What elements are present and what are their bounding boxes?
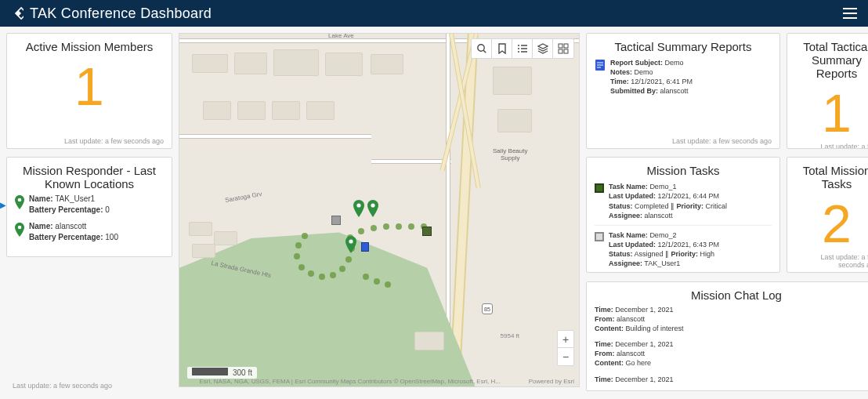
- map-basemap-button[interactable]: [553, 39, 573, 58]
- task-item[interactable]: Task Name: Demo_2 Last Updated: 12/1/202…: [595, 225, 772, 269]
- label: Time:: [595, 340, 613, 348]
- menu-button[interactable]: [843, 8, 860, 19]
- park-area: [179, 189, 579, 386]
- svg-point-5: [371, 203, 374, 207]
- svg-point-4: [356, 203, 360, 207]
- responder-row[interactable]: Name: alanscott Battery Percentage: 100: [15, 221, 164, 242]
- task-status-icon: [595, 183, 604, 193]
- map-marker-square[interactable]: [331, 216, 341, 225]
- svg-point-6: [349, 239, 353, 243]
- map-user-pin-icon[interactable]: [367, 200, 378, 216]
- svg-rect-10: [559, 49, 562, 53]
- map-marker-doc-icon[interactable]: [361, 242, 369, 252]
- map-user-pin-icon[interactable]: [345, 236, 356, 252]
- chat-content: Go here: [626, 359, 652, 367]
- task-name: Demo_1: [649, 183, 676, 190]
- label: From:: [595, 350, 615, 357]
- zoom-out-button[interactable]: −: [558, 348, 573, 365]
- report-doc-icon: [595, 59, 606, 71]
- label: Time:: [595, 306, 613, 314]
- responder-row[interactable]: Name: TAK_User1 Battery Percentage: 0: [15, 194, 164, 215]
- svg-rect-8: [559, 44, 562, 48]
- zoom-in-button[interactable]: +: [558, 331, 573, 348]
- task-updated: 12/1/2021, 6:43 PM: [658, 241, 720, 248]
- map-legend-button[interactable]: [512, 39, 533, 58]
- responder-battery: 100: [105, 233, 118, 241]
- card-title: Tactical Summary Reports: [595, 40, 772, 53]
- user-pin-icon: [15, 223, 24, 235]
- last-update-text: Last update: a few seconds ago: [795, 140, 868, 149]
- label: Task Name:: [609, 231, 648, 239]
- map[interactable]: Lake Ave Saratoga Grv La Strada Grande H…: [179, 33, 580, 387]
- map-elevation-label: 5954 ft: [501, 332, 519, 339]
- street-label: Lake Ave: [328, 33, 354, 39]
- task-priority: High: [700, 250, 715, 258]
- card-mission-tasks: Mission Tasks Task Name: Demo_1 Last Upd…: [586, 157, 780, 273]
- last-update-text: Last update: a few seconds ago: [595, 268, 772, 273]
- user-pin-icon: [15, 195, 24, 208]
- label: Content:: [595, 359, 624, 367]
- card-title: Total Tactical Summary Reports: [795, 40, 868, 80]
- card-title: Mission Responder - Last Known Locations: [15, 164, 164, 190]
- label: Content:: [595, 325, 624, 332]
- chat-time: December 1, 2021: [615, 340, 673, 348]
- map-toolbar: [471, 38, 574, 59]
- label: Report Subject:: [610, 59, 663, 67]
- map-search-button[interactable]: [472, 39, 492, 58]
- label: Assignee:: [609, 259, 642, 267]
- responder-name: alanscott: [55, 222, 86, 230]
- total-reports-count: 1: [795, 86, 868, 140]
- svg-point-7: [477, 45, 483, 51]
- card-title: Total Mission Tasks: [795, 164, 868, 190]
- last-update-text: Last update: a few seconds ago: [13, 382, 112, 390]
- chat-entry[interactable]: Time: December 1, 2021: [595, 375, 868, 384]
- card-mission-responder: Mission Responder - Last Known Locations…: [6, 157, 172, 257]
- map-zoom: + −: [557, 330, 574, 366]
- poi-label: Sally BeautySupply: [493, 148, 527, 162]
- label: Name:: [29, 222, 53, 230]
- svg-rect-1: [16, 10, 21, 16]
- svg-point-2: [18, 198, 22, 202]
- chat-time: December 1, 2021: [615, 375, 673, 383]
- task-updated: 12/1/2021, 6:44 PM: [658, 192, 720, 200]
- label: Task Name:: [609, 183, 648, 190]
- last-update-text: Last update: a few seconds ago: [595, 134, 772, 145]
- map-user-pin-icon[interactable]: [353, 200, 364, 216]
- chat-entry[interactable]: Time: December 1, 2021 From: alanscott C…: [595, 339, 868, 368]
- chat-entry[interactable]: Time: December 1, 2021 From: alanscott C…: [595, 305, 868, 333]
- map-attribution: Esri, NASA, NGA, USGS, FEMA | Esri Commu…: [199, 378, 501, 385]
- label: Status:: [609, 202, 633, 210]
- label: Time:: [610, 78, 629, 85]
- last-update-text: Last update: a few seconds ago: [795, 250, 868, 269]
- report-notes: Demo: [635, 68, 653, 76]
- label: Time:: [595, 375, 613, 383]
- chat-time: December 1, 2021: [615, 306, 673, 314]
- hwy-shield-icon: 85: [482, 303, 493, 314]
- task-assignee: alanscott: [645, 212, 673, 219]
- card-tactical-summary-reports: Tactical Summary Reports Report Subject:…: [586, 33, 780, 149]
- total-tasks-count: 2: [795, 197, 868, 250]
- report-time: 12/1/2021, 6:41 PM: [631, 78, 693, 85]
- map-marker-square[interactable]: [422, 227, 432, 236]
- map-layers-button[interactable]: [533, 39, 553, 58]
- task-assignee: TAK_User1: [644, 259, 680, 267]
- card-title: Active Mission Members: [15, 40, 164, 53]
- label: Priority:: [671, 250, 699, 258]
- active-members-count: 1: [15, 60, 164, 113]
- task-item[interactable]: Task Name: Demo_1 Last Updated: 12/1/202…: [595, 182, 772, 220]
- responder-battery: 0: [105, 205, 110, 214]
- label: Last Updated:: [609, 192, 656, 200]
- street-label: Saratoga Grv: [225, 190, 262, 204]
- task-priority: Critical: [706, 202, 728, 210]
- app-logo-icon: [8, 5, 24, 21]
- map-bookmark-button[interactable]: [492, 39, 512, 58]
- task-status: Assigned: [635, 250, 664, 258]
- top-bar: TAK Conference Dashboard: [0, 0, 868, 27]
- label: Last Updated:: [609, 241, 656, 248]
- card-title: Mission Chat Log: [595, 288, 868, 302]
- label: Notes:: [610, 68, 632, 76]
- report-item[interactable]: Report Subject: Demo Notes: Demo Time: 1…: [595, 58, 772, 96]
- chat-content: Building of interest: [626, 325, 684, 332]
- map-powered-by: Powered by Esri: [529, 378, 574, 385]
- chat-from: alanscott: [617, 315, 645, 323]
